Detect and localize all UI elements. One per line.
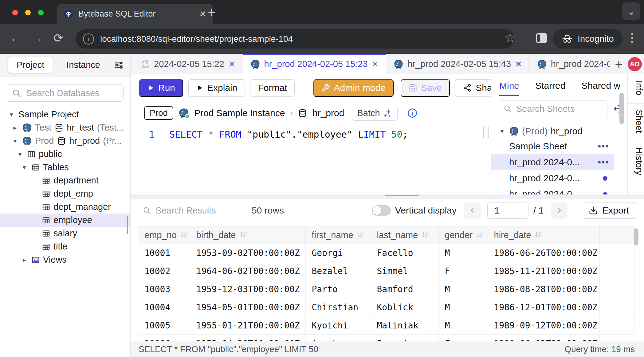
results-search[interactable] <box>138 202 246 219</box>
panel-splitter[interactable] <box>131 194 644 199</box>
table-cell[interactable]: 1989-06-02T00:00:00Z <box>488 335 599 341</box>
rail-tab-info[interactable]: Info <box>628 74 644 104</box>
tab-instance[interactable]: Instance <box>66 60 100 70</box>
instance-name[interactable]: Prod Sample Instance <box>194 108 285 118</box>
next-page-button[interactable] <box>551 202 567 219</box>
table-cell[interactable]: 1986-06-26T00:00:00Z <box>488 244 599 262</box>
table-cell[interactable]: Parto <box>305 280 371 298</box>
table-row[interactable]: 100031959-12-03T00:00:00ZPartoBamfordM19… <box>138 280 634 298</box>
column-header-gender[interactable]: gender <box>438 226 488 244</box>
caret-down-icon[interactable]: ▾ <box>20 164 28 171</box>
database-search[interactable] <box>7 84 124 102</box>
results-search-input[interactable] <box>155 205 242 216</box>
table-cell[interactable]: Koblick <box>371 298 438 316</box>
tree-item-views[interactable]: ▸Views <box>0 253 130 266</box>
save-button[interactable]: Save <box>401 79 450 97</box>
close-tab-icon[interactable]: ✕ <box>515 59 522 69</box>
rail-tab-sheet[interactable]: Sheet <box>628 104 644 141</box>
tree-item-title[interactable]: title <box>0 240 130 253</box>
table-cell[interactable]: Preusig <box>371 335 438 341</box>
sheet-menu-icon[interactable]: ••• <box>598 141 614 151</box>
tree-item-public[interactable]: ▾public <box>0 147 130 161</box>
new-tab-button[interactable]: + <box>208 5 216 20</box>
bookmark-star-icon[interactable]: ☆ <box>505 31 516 45</box>
table-cell[interactable]: 1955-01-21T00:00:00Z <box>190 316 305 335</box>
sheet-search[interactable] <box>499 100 607 117</box>
caret-right-icon[interactable]: ▸ <box>20 256 28 264</box>
table-row[interactable]: 100041954-05-01T00:00:00ZChirstianKoblic… <box>138 298 634 316</box>
table-cell[interactable]: Bamford <box>371 280 438 298</box>
column-header-last_name[interactable]: last_name <box>371 226 438 244</box>
run-button[interactable]: Run <box>139 79 183 97</box>
forward-icon[interactable]: → <box>31 31 43 45</box>
vertical-display-toggle[interactable] <box>372 205 391 216</box>
tree-item-hr-prod[interactable]: ▾Prodhr_prod (Pr... <box>0 134 130 147</box>
editor-tab[interactable]: hr_prod 2024-0 <box>530 54 610 74</box>
page-number-input[interactable] <box>487 202 528 219</box>
table-cell[interactable]: F <box>438 335 488 341</box>
table-cell[interactable]: 1953-09-02T00:00:00Z <box>190 244 305 262</box>
table-cell[interactable]: Chirstian <box>305 298 371 316</box>
explain-button[interactable]: Explain <box>188 79 245 97</box>
tree-item-hr-test[interactable]: ▸Testhr_test (Test... <box>0 121 130 134</box>
table-cell[interactable]: Bezalel <box>305 262 371 280</box>
admin-mode-button[interactable]: Admin mode <box>313 79 393 97</box>
browser-menu-icon[interactable]: ⋮ <box>626 31 638 44</box>
sheet-item[interactable]: hr_prod 2024-0... <box>491 170 614 186</box>
editor-tab[interactable]: 2024-02-05 15:22✕ <box>133 54 243 74</box>
table-cell[interactable]: 10002 <box>138 262 190 280</box>
table-cell[interactable]: Georgi <box>305 244 371 262</box>
database-name[interactable]: hr_prod <box>312 108 344 118</box>
format-button[interactable]: Format <box>250 79 295 97</box>
tab-starred[interactable]: Starred <box>535 80 565 96</box>
zoom-window-button[interactable] <box>38 10 44 15</box>
column-header-hire_date[interactable]: hire_date <box>488 226 599 244</box>
table-cell[interactable]: 1986-12-01T00:00:00Z <box>488 298 599 316</box>
tree-item-employee[interactable]: employee <box>0 214 130 227</box>
sheet-item[interactable]: hr_prod 2024-0...••• <box>491 154 614 170</box>
table-cell[interactable]: M <box>438 244 488 262</box>
prev-page-button[interactable] <box>464 202 481 219</box>
info-icon[interactable] <box>407 108 418 118</box>
export-button[interactable]: Export <box>582 202 636 219</box>
table-cell[interactable]: 10004 <box>138 298 190 316</box>
table-cell[interactable]: 1953-04-20T00:00:00Z <box>190 335 305 341</box>
sheet-item[interactable]: Sample Sheet••• <box>491 138 614 154</box>
tree-item-salary[interactable]: salary <box>0 227 130 240</box>
sheet-group[interactable]: ▾(Prod)hr_prod <box>491 124 628 138</box>
close-window-button[interactable] <box>12 10 18 15</box>
tab-shared[interactable]: Shared w <box>581 80 620 96</box>
back-icon[interactable]: ← <box>10 31 22 45</box>
filter-settings-icon[interactable] <box>114 60 124 70</box>
sql-editor[interactable]: 1 SELECT * FROM "public"."employee" LIMI… <box>131 125 491 194</box>
caret-down-icon[interactable]: ▾ <box>11 137 19 145</box>
tree-item-department[interactable]: department <box>0 174 130 187</box>
table-cell[interactable]: 10001 <box>138 244 190 262</box>
table-cell[interactable]: 10005 <box>138 316 190 335</box>
table-cell[interactable]: M <box>438 316 488 335</box>
new-sheet-button[interactable]: + <box>610 54 628 74</box>
caret-down-icon[interactable]: ▾ <box>7 111 15 118</box>
result-table-scrollbar[interactable] <box>634 228 638 245</box>
address-bar[interactable]: i localhost:8080/sql-editor/sheet/projec… <box>76 29 514 49</box>
tab-project[interactable]: Project <box>8 57 53 73</box>
table-cell[interactable]: Anneke <box>305 335 371 341</box>
close-tab-icon[interactable]: ✕ <box>199 9 206 19</box>
table-cell[interactable]: 10003 <box>138 280 190 298</box>
table-cell[interactable]: 1989-09-12T00:00:00Z <box>488 316 599 335</box>
close-tab-icon[interactable]: ✕ <box>372 59 379 69</box>
tree-item-tables[interactable]: ▾Tables <box>0 161 130 174</box>
tree-item-dept-emp[interactable]: dept_emp <box>0 187 130 200</box>
table-row[interactable]: 100011953-09-02T00:00:00ZGeorgiFacelloM1… <box>138 244 634 262</box>
column-header-birth_date[interactable]: birth_date <box>190 226 305 244</box>
table-cell[interactable]: M <box>438 298 488 316</box>
rail-tab-history[interactable]: History <box>628 141 644 183</box>
table-cell[interactable]: 1985-11-21T00:00:00Z <box>488 262 599 280</box>
reload-icon[interactable]: ⟳ <box>53 31 63 45</box>
table-cell[interactable]: Maliniak <box>371 316 438 335</box>
tab-mine[interactable]: Mine <box>499 80 519 96</box>
caret-down-icon[interactable]: ▾ <box>498 128 506 135</box>
table-cell[interactable]: Facello <box>371 244 438 262</box>
table-cell[interactable]: 1964-06-02T00:00:00Z <box>190 262 305 280</box>
editor-tab[interactable]: hr_prod 2024-02-05 15:23✕ <box>243 54 387 74</box>
